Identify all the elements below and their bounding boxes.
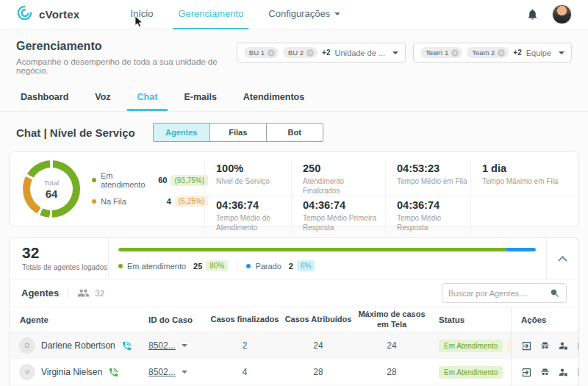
section-title: Chat | Nível de Serviço [16,126,135,139]
chevron-down-icon[interactable] [182,371,187,374]
remove-chip-icon[interactable]: × [451,49,459,57]
status-badge: Em Atendimento [439,340,503,352]
tab-chat[interactable]: Chat [127,84,168,111]
user-avatar[interactable] [552,4,572,24]
remove-chip-icon[interactable]: × [268,49,275,57]
team-more-count: +2 [513,49,521,57]
top-navbar: cVortex Início Gerenciamento Configuraçõ… [0,0,588,29]
tab-voz[interactable]: Voz [85,84,121,111]
mouse-cursor [135,16,145,31]
page-subtitle: Acompanhe o desempenho de toda a sua uni… [16,57,237,75]
stat-nivel-servico: 100%Nível de Serviço [204,160,291,196]
monitor-incognito-icon[interactable] [539,340,551,351]
stat-tempo-medio-atendimento: 04:36:74Tempo Médio de Atendimento [204,196,291,232]
phone-in-talk-icon[interactable] [121,340,132,351]
remove-chip-icon[interactable]: × [498,49,505,57]
legend-divider [237,260,237,271]
table-row: V Virginia Nielsen 8502... 4 28 28 Em At… [10,359,578,385]
people-group-icon [77,287,90,299]
stat-tempo-medio-resposta: 04:36:74Tempo Médio Resposta [385,196,470,232]
toggle-bot[interactable]: Bot [266,123,323,142]
view-toggle-group: Agentes Filas Bot [153,123,323,142]
stat-empty [470,196,578,232]
col-status: Status [429,315,511,324]
stat-atendimento-finalizados: 250Atendimento Finalizados [291,160,385,196]
toggle-agentes[interactable]: Agentes [153,123,210,142]
case-queue-icon[interactable] [576,367,579,378]
bu-filter-select[interactable]: BU 1× BU 2× +2 Unidade de ... [237,43,406,62]
nav-item-gerenciamento[interactable]: Gerenciamento [165,0,256,29]
page-title: Gerenciamento [16,40,237,53]
agents-panel: 32 Totais de agentes logados Em atendime… [9,237,579,386]
table-row: D Darlene Robertson 8502... 2 24 24 Em A… [10,332,578,359]
notifications-bell-icon[interactable] [526,8,539,21]
orange-dot-icon [92,199,96,204]
bu-filter-label: Unidade de ... [335,49,386,57]
tab-atendimentos[interactable]: Atendimentos [233,84,315,111]
agents-search-box[interactable] [442,283,567,303]
col-casos-finalizados: Casos finalizados [208,315,282,324]
agents-total-value: 32 [22,244,108,262]
donut-center-value: 64 [46,187,58,200]
service-level-summary-card: Total 64 Em atendimento 60 (93,75%) Na F… [9,151,579,226]
chevron-down-icon [559,51,564,54]
tab-emails[interactable]: E-mails [173,84,226,111]
chevron-down-icon [334,12,340,15]
bar-segment-em-atendimento [118,248,506,251]
col-casos-atribuidos: Casos Atribuídos [282,315,355,324]
agents-total-label: Totais de agentes logados [22,263,108,271]
manage-agent-icon[interactable] [558,340,569,351]
team-filter-label: Equipe [526,49,551,57]
manage-agent-icon[interactable] [558,367,569,378]
agents-status-bar [118,248,536,251]
brand[interactable]: cVortex [16,4,79,24]
legend-em-atendimento: Em atendimento 60 (93,75%) [92,171,208,189]
attendance-donut-chart: Total 64 [23,160,80,218]
toggle-filas[interactable]: Filas [209,123,267,142]
logout-agent-icon[interactable] [521,340,532,351]
agent-avatar: V [19,364,35,380]
monitor-incognito-icon[interactable] [539,367,551,378]
chevron-up-icon [558,256,567,265]
logout-agent-icon[interactable] [521,367,532,378]
green-dot-icon [92,178,96,182]
green-dot-icon [118,264,123,268]
nav-item-configuracoes[interactable]: Configurações [256,0,353,29]
chevron-down-icon [392,51,398,54]
case-id-link[interactable]: 8502... [148,340,176,351]
status-badge: Em Atendimento [439,366,503,379]
stat-tempo-medio-primeira-resposta: 04:36:74Tempo Médio Primeira Resposta [291,196,385,232]
remove-chip-icon[interactable]: × [306,49,314,57]
chevron-down-icon[interactable] [182,344,187,347]
phone-in-talk-icon[interactable] [108,367,119,378]
blue-dot-icon [246,264,251,268]
col-acoes: Ações [511,307,578,332]
case-id-link[interactable]: 8502... [148,367,176,377]
team-chip-2[interactable]: Team 2× [467,47,509,58]
stat-tempo-medio-fila: 04:53:23Tempo Médio em Fila [385,160,470,196]
main-nav: Início Gerenciamento Configurações [118,0,353,29]
channel-tabs: Dashboard Voz Chat E-mails Atendimentos [0,84,588,112]
team-chip-1[interactable]: Team 1× [420,47,462,58]
tab-dashboard[interactable]: Dashboard [10,84,79,111]
cvortex-logo-icon [16,4,33,24]
bu-chip-1[interactable]: BU 1× [244,47,279,58]
bu-more-count: +2 [322,49,330,57]
search-input[interactable] [448,289,550,298]
agents-list-count: 32 [95,289,104,298]
col-agente: Agente [10,315,138,324]
case-queue-icon[interactable] [576,340,579,351]
collapse-panel-button[interactable] [546,238,578,279]
agents-table-header: Agente ID do Caso Casos finalizados Caso… [10,307,578,332]
search-icon[interactable] [550,288,560,299]
col-maximo-casos-tela: Máximo de casos em Tela [355,310,429,329]
legend-na-fila: Na Fila 4 (6,25%) [92,196,208,207]
agent-avatar: D [19,337,35,354]
list-head-divider [68,287,68,299]
stat-tempo-maximo-fila: 1 diaTempo Máximo em Fila [470,160,578,196]
brand-name: cVortex [39,8,79,21]
col-id-caso: ID do Caso [138,315,208,324]
donut-center-label: Total [44,179,59,187]
bu-chip-2[interactable]: BU 2× [283,47,318,58]
team-filter-select[interactable]: Team 1× Team 2× +2 Equipe [413,43,572,62]
